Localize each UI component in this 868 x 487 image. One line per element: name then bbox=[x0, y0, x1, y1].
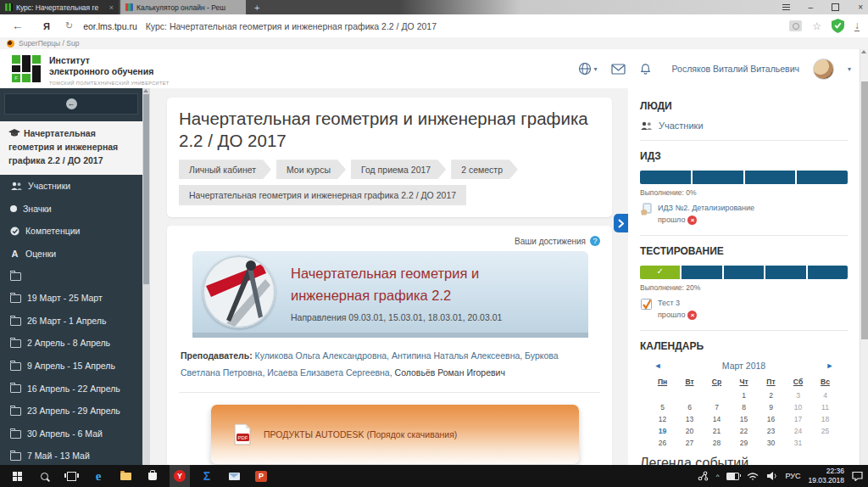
calendar-day[interactable]: 14 bbox=[704, 415, 731, 423]
calendar-day[interactable]: 27 bbox=[676, 439, 704, 447]
progress-segment-blue[interactable] bbox=[765, 266, 805, 279]
language-indicator[interactable]: РУС bbox=[785, 472, 800, 480]
calendar-day[interactable]: 16 bbox=[758, 415, 785, 423]
calendar-day[interactable]: 6 bbox=[676, 403, 704, 411]
sidebar-section-link[interactable]: 26 Март - 1 Апрель bbox=[0, 310, 142, 333]
sidebar-section-link[interactable]: 23 Апрель - 29 Апрель bbox=[0, 400, 142, 423]
calendar-day[interactable]: 8 bbox=[731, 403, 758, 411]
close-tab-icon[interactable]: × bbox=[107, 3, 114, 12]
calendar-day[interactable]: 2 bbox=[758, 391, 785, 400]
download-icon[interactable]: ↓ bbox=[854, 21, 860, 31]
user-menu-caret-icon[interactable]: ▾ bbox=[848, 65, 851, 73]
calendar-day[interactable]: 23 bbox=[758, 427, 785, 435]
sidebar-item-grades[interactable]: A Оценки bbox=[0, 243, 142, 266]
sidebar-section-link[interactable]: 16 Апрель - 22 Апрель bbox=[0, 378, 142, 400]
breadcrumb-item[interactable]: Мои курсы bbox=[276, 160, 346, 179]
institute-logo[interactable]: F Институт электронного обучения ТОМСКИЙ… bbox=[12, 55, 170, 86]
minimize-icon[interactable]: – bbox=[809, 0, 814, 14]
tab-course[interactable]: Курс: Начертательная ге × bbox=[0, 0, 119, 14]
notifications-bell-icon[interactable] bbox=[639, 63, 652, 76]
calendar-day[interactable]: 7 bbox=[704, 403, 731, 411]
drawer-toggle-button[interactable] bbox=[614, 214, 628, 232]
tray-expand-icon[interactable]: ^ bbox=[716, 473, 720, 480]
store-button[interactable] bbox=[142, 465, 163, 487]
calendar-day[interactable]: 4 bbox=[812, 391, 839, 400]
yandex-browser-button[interactable]: Y bbox=[170, 465, 190, 487]
sigma-app-button[interactable]: Σ bbox=[197, 465, 217, 487]
calendar-day[interactable]: 28 bbox=[704, 439, 731, 447]
calendar-day[interactable]: 18 bbox=[812, 415, 839, 423]
autodesk-resource[interactable]: PDF ПРОДУКТЫ AUTODESK (Порядок скачивани… bbox=[211, 405, 579, 464]
edge-button[interactable]: e bbox=[88, 465, 108, 487]
avatar[interactable] bbox=[813, 59, 834, 80]
progress-segment-blue[interactable] bbox=[724, 266, 764, 279]
close-window-icon[interactable]: × bbox=[858, 0, 863, 14]
sidebar-item-competencies[interactable]: Компетенции bbox=[0, 220, 142, 243]
progress-segment-blue[interactable] bbox=[808, 266, 848, 279]
bookmark-link[interactable]: SuperПерцы / Sup bbox=[19, 39, 79, 48]
page-scrollbar[interactable] bbox=[860, 49, 868, 465]
battery-icon[interactable] bbox=[726, 473, 739, 480]
file-explorer-button[interactable] bbox=[115, 465, 136, 487]
calendar-month[interactable]: Март 2018 bbox=[661, 361, 826, 371]
test-item-link[interactable]: Тест 3 bbox=[658, 298, 697, 310]
calendar-day[interactable]: 12 bbox=[649, 415, 676, 423]
taskbar-search-button[interactable] bbox=[34, 465, 54, 487]
browser-menu-icon[interactable] bbox=[782, 4, 790, 10]
progress-segment-blue[interactable] bbox=[693, 171, 743, 184]
user-name[interactable]: Росляков Виталий Витальевич bbox=[672, 64, 799, 74]
screenshot-tool-icon[interactable] bbox=[789, 20, 802, 31]
sidebar-section-link[interactable]: 2 Апрель - 8 Апрель bbox=[0, 332, 142, 355]
yandex-icon[interactable]: Я bbox=[43, 21, 50, 31]
breadcrumb-current[interactable]: Начертательная геометрия и инженерная гр… bbox=[179, 185, 466, 205]
sidebar-item-participants[interactable]: Участники bbox=[0, 175, 142, 198]
participants-link[interactable]: Участники bbox=[640, 120, 848, 131]
calendar-day[interactable]: 1 bbox=[731, 391, 758, 400]
sidebar-item-badges[interactable]: Значки bbox=[0, 198, 142, 221]
calendar-next-icon[interactable]: ► bbox=[826, 361, 834, 370]
mail-button[interactable] bbox=[224, 465, 244, 487]
calendar-day[interactable]: 21 bbox=[704, 427, 731, 435]
calendar-day[interactable]: 25 bbox=[812, 427, 839, 435]
calendar-day[interactable]: 29 bbox=[731, 439, 758, 447]
calendar-day[interactable]: 17 bbox=[785, 415, 812, 423]
achievements-label[interactable]: Ваши достижения bbox=[515, 237, 586, 246]
bookmark-star-icon[interactable]: ☆ bbox=[812, 20, 821, 32]
calendar-day[interactable]: 24 bbox=[785, 427, 812, 435]
collapse-sidebar-button[interactable]: ← bbox=[4, 93, 138, 115]
progress-segment-blue[interactable] bbox=[640, 171, 691, 184]
calendar-day[interactable]: 22 bbox=[731, 427, 758, 435]
calendar-day[interactable]: 3 bbox=[785, 391, 812, 400]
sidebar-scrollbar[interactable] bbox=[142, 88, 150, 465]
start-button[interactable] bbox=[7, 465, 27, 487]
help-icon[interactable]: ? bbox=[590, 236, 600, 246]
idz-item-link[interactable]: ИДЗ №2. Детализирование bbox=[658, 203, 754, 215]
calendar-day[interactable]: 11 bbox=[812, 403, 839, 411]
progress-segment-blue[interactable] bbox=[797, 171, 848, 184]
messages-icon[interactable] bbox=[611, 64, 626, 75]
breadcrumb-item[interactable]: Год приема 2017 bbox=[351, 160, 446, 179]
tab-calculator[interactable]: Калькулятор онлайн - Реш bbox=[120, 0, 246, 14]
sidebar-section-link[interactable]: 19 Март - 25 Март bbox=[0, 287, 142, 310]
page-scrollbar-thumb[interactable] bbox=[861, 81, 868, 339]
progress-segment-green[interactable] bbox=[640, 266, 680, 279]
sidebar-item-general[interactable] bbox=[0, 266, 142, 287]
calendar-day[interactable]: 19 bbox=[649, 427, 676, 435]
task-view-button[interactable] bbox=[61, 465, 81, 487]
maximize-icon[interactable] bbox=[832, 3, 839, 11]
calendar-day[interactable]: 10 bbox=[785, 403, 812, 411]
calendar-prev-icon[interactable]: ◄ bbox=[654, 361, 662, 370]
calendar-day[interactable]: 20 bbox=[676, 427, 704, 435]
calendar-day[interactable]: 13 bbox=[676, 415, 704, 423]
powerpoint-button[interactable]: P bbox=[251, 465, 271, 487]
sidebar-section-link[interactable]: 30 Апрель - 6 Май bbox=[0, 423, 142, 445]
calendar-day[interactable]: 30 bbox=[758, 439, 785, 447]
url-domain[interactable]: eor.lms.tpu.ru bbox=[83, 21, 137, 31]
sidebar-section-link[interactable]: 7 Май - 13 Май bbox=[0, 445, 142, 465]
sidebar-section-link[interactable]: 9 Апрель - 15 Апрель bbox=[0, 355, 142, 378]
breadcrumb-item[interactable]: 2 семестр bbox=[451, 160, 518, 179]
sidebar-item-course[interactable]: Начертательная геометрия и инженерная гр… bbox=[0, 121, 142, 175]
calendar-day[interactable]: 31 bbox=[785, 439, 812, 447]
calendar-day[interactable]: 15 bbox=[731, 415, 758, 423]
progress-segment-blue[interactable] bbox=[682, 266, 721, 279]
